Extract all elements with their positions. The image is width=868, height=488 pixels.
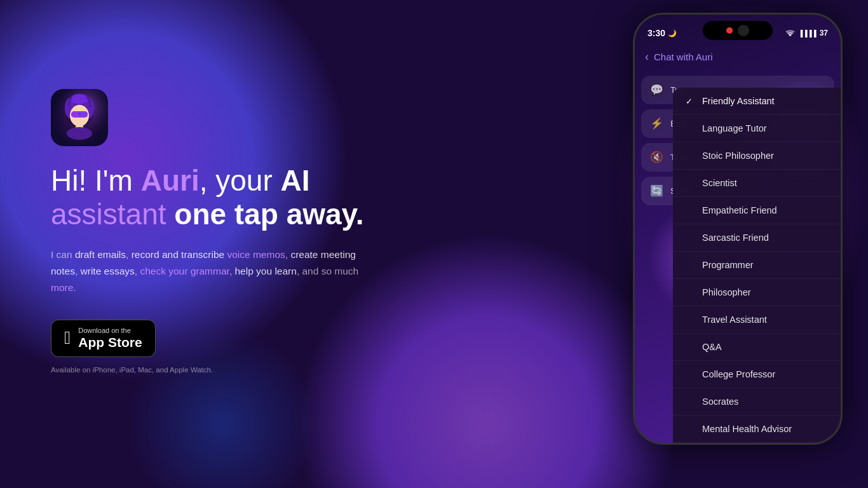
menu-item-travel-assistant[interactable]: Travel Assistant [673,306,841,334]
app-store-button[interactable]:  Download on the App Store [51,320,156,357]
menu-item-scientist[interactable]: Scientist [673,170,841,197]
chat-speed-icon: 🔄 [650,184,664,198]
availability-text: Available on iPhone, iPad, Mac, and Appl… [51,366,432,374]
headline: Hi! I'm Auri, your AI assistant one tap … [51,164,432,231]
phone-screen: 3:30 🌙 ▐▐▐▐ [635,15,841,443]
menu-item-label: Q&A [702,342,722,352]
svg-point-12 [67,127,92,140]
svg-rect-9 [81,111,88,118]
subtext: I can draft emails, record and transcrib… [51,247,369,297]
svg-rect-10 [78,113,81,115]
svg-point-13 [71,94,88,104]
menu-item-label: Philosopher [702,287,751,297]
app-icon-svg [51,89,108,146]
menu-item-label: Scientist [702,178,737,188]
chat-text-icon: 🔇 [650,151,664,164]
menu-item-college-professor[interactable]: College Professor [673,361,841,388]
chat-type-icon: 💬 [650,83,664,97]
status-icons: ▐▐▐▐ 37 [785,29,828,37]
phone-mockup: 3:30 🌙 ▐▐▐▐ [601,0,868,488]
persona-menu-panel: ✓ Friendly Assistant Language Tutor Stoi… [673,88,841,443]
battery-display: 37 [820,29,828,37]
menu-item-language-tutor[interactable]: Language Tutor [673,115,841,142]
menu-item-label: Socrates [702,396,738,407]
menu-item-qa[interactable]: Q&A [673,334,841,361]
battery-value: 37 [820,29,828,37]
menu-item-label: Stoic Philosopher [702,151,774,161]
menu-item-label: Language Tutor [702,123,767,133]
phone-status-bar: 3:30 🌙 ▐▐▐▐ [635,15,841,46]
chat-engine-icon: ⚡ [650,117,664,130]
menu-item-friendly-assistant[interactable]: ✓ Friendly Assistant [673,88,841,115]
apple-icon:  [64,329,71,347]
menu-item-stoic-philosopher[interactable]: Stoic Philosopher [673,142,841,170]
app-store-top-label: Download on the [78,327,142,334]
menu-item-label: Mental Health Advisor [702,424,792,434]
app-store-text-group: Download on the App Store [78,327,142,350]
app-store-bottom-label: App Store [78,334,142,350]
menu-item-label: Travel Assistant [702,315,767,325]
menu-item-label: College Professor [702,369,775,379]
menu-item-philosopher[interactable]: Philosopher [673,279,841,306]
menu-item-label: Friendly Assistant [702,96,775,106]
left-content: Hi! I'm Auri, your AI assistant one tap … [51,89,432,374]
menu-item-mental-health-advisor[interactable]: Mental Health Advisor [673,416,841,443]
checkmark-icon: ✓ [686,97,696,106]
phone-frame: 3:30 🌙 ▐▐▐▐ [633,13,843,445]
menu-item-label: Programmer [702,260,754,270]
di-dot-red [726,27,733,34]
menu-item-sarcastic-friend[interactable]: Sarcastic Friend [673,224,841,252]
menu-item-label: Empathetic Friend [702,205,777,215]
dynamic-island [703,21,773,40]
signal-icon: ▐▐▐▐ [798,30,816,37]
menu-item-programmer[interactable]: Programmer [673,252,841,279]
status-time: 3:30 🌙 [648,28,677,38]
menu-item-label: Sarcastic Friend [702,233,769,243]
wifi-icon [785,29,795,37]
di-dot-dark [738,25,749,36]
app-icon [51,89,108,146]
menu-item-socrates[interactable]: Socrates [673,388,841,416]
moon-icon: 🌙 [668,29,677,37]
time-display: 3:30 [648,28,665,38]
menu-item-empathetic-friend[interactable]: Empathetic Friend [673,197,841,224]
svg-rect-8 [71,111,78,118]
